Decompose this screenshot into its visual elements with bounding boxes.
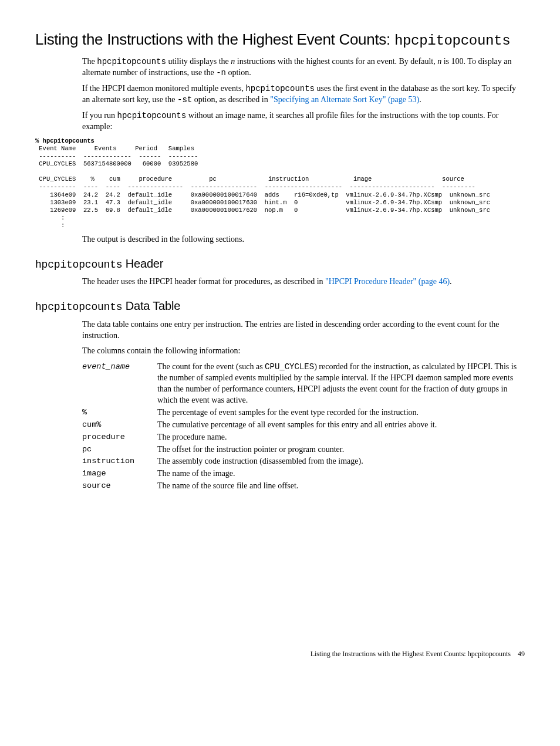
term: % bbox=[82, 407, 157, 418]
procedure-header-link[interactable]: "HPCPI Procedure Header" (page 46) bbox=[325, 277, 450, 286]
def-cum-percent: cum% The cumulative percentage of all ev… bbox=[82, 420, 525, 431]
intro-paragraph-2: If the HPCPI daemon monitored multiple e… bbox=[82, 83, 525, 106]
desc: The offset for the instruction pointer o… bbox=[157, 444, 525, 455]
desc: The assembly code instruction (disassemb… bbox=[157, 456, 525, 467]
desc: The percentage of event samples for the … bbox=[157, 407, 525, 418]
header-paragraph: The header uses the HPCPI header format … bbox=[82, 276, 525, 288]
header-section-title: hpcpitopcounts Header bbox=[35, 256, 525, 272]
data-table-paragraph-1: The data table contains one entry per in… bbox=[82, 319, 525, 342]
title-prefix: Listing the Instructions with the Highes… bbox=[35, 31, 394, 48]
sort-key-link[interactable]: "Specifying an Alternate Sort Key" (page… bbox=[270, 95, 419, 104]
def-pc: pc The offset for the instruction pointe… bbox=[82, 444, 525, 455]
example-output: % hpcpitopcounts Event Name Events Perio… bbox=[35, 137, 525, 230]
column-definitions: event_name The count for the event (such… bbox=[82, 362, 525, 492]
def-image: image The name of the image. bbox=[82, 468, 525, 480]
desc: The name of the image. bbox=[157, 468, 525, 480]
term: cum% bbox=[82, 420, 157, 430]
output-described: The output is described in the following… bbox=[82, 234, 525, 245]
def-event-name: event_name The count for the event (such… bbox=[82, 362, 525, 406]
def-percent: % The percentage of event samples for th… bbox=[82, 407, 525, 418]
term: instruction bbox=[82, 456, 157, 467]
data-table-section-title: hpcpitopcounts Data Table bbox=[35, 298, 525, 314]
term: procedure bbox=[82, 432, 157, 443]
data-table-paragraph-2: The columns contain the following inform… bbox=[82, 346, 525, 357]
intro-paragraph-1: The hpcpitopcounts utility displays the … bbox=[82, 56, 525, 79]
def-source: source The name of the source file and l… bbox=[82, 481, 525, 492]
desc: The cumulative percentage of all event s… bbox=[157, 420, 525, 431]
desc: The name of the source file and line off… bbox=[157, 481, 525, 492]
def-instruction: instruction The assembly code instructio… bbox=[82, 456, 525, 467]
intro-paragraph-3: If you run hpcpitopcounts without an ima… bbox=[82, 110, 525, 133]
term: image bbox=[82, 468, 157, 479]
title-command: hpcpitopcounts bbox=[394, 33, 510, 49]
def-procedure: procedure The procedure name. bbox=[82, 432, 525, 443]
term: event_name bbox=[82, 362, 157, 372]
desc: The count for the event (such as CPU_CYC… bbox=[157, 362, 525, 406]
desc: The procedure name. bbox=[157, 432, 525, 443]
page-title: Listing the Instructions with the Highes… bbox=[35, 29, 525, 50]
term: pc bbox=[82, 444, 157, 455]
term: source bbox=[82, 481, 157, 491]
